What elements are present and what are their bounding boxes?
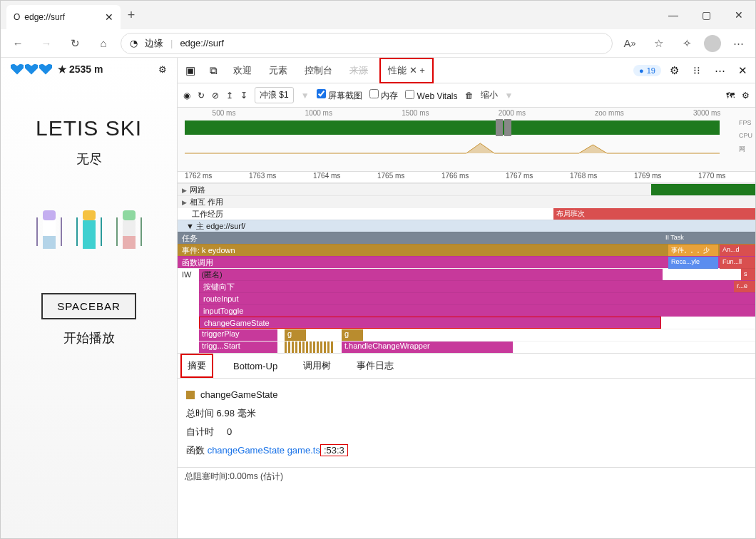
tab-favicon: O xyxy=(14,12,20,22)
tab-eventlog[interactable]: 事件日志 xyxy=(351,355,399,376)
tab-title: edge://surf xyxy=(24,12,65,22)
g-block[interactable]: g xyxy=(342,329,363,341)
tab-welcome[interactable]: 欢迎 xyxy=(226,58,259,83)
inspect-icon[interactable]: ▣ xyxy=(180,64,200,77)
reload-icon[interactable]: ↻ xyxy=(198,91,205,101)
url-field[interactable]: ◔ 边缘 | edge://surf xyxy=(121,33,613,54)
change-state-row[interactable]: changeGameState xyxy=(200,319,270,327)
read-aloud-icon[interactable]: A» xyxy=(618,32,641,55)
g-block[interactable]: g xyxy=(285,329,306,341)
screenshot-checkbox[interactable]: 屏幕截图 xyxy=(317,89,362,102)
home-button[interactable]: ⌂ xyxy=(92,32,115,55)
event-row[interactable]: 事件: k eydown xyxy=(178,245,235,256)
time-ruler[interactable]: 1762 ms1763 ms1764 ms 1765 ms1766 ms1767… xyxy=(178,172,755,183)
game-title: LETIS SKI xyxy=(36,116,142,140)
character-1[interactable] xyxy=(39,210,59,250)
summary-fn-link[interactable]: changeGameState game.ts xyxy=(208,445,320,456)
wrapper-row[interactable]: t.handleChangeWrapper xyxy=(342,342,513,353)
gear-icon[interactable]: ⚙ xyxy=(742,91,750,101)
status-bar: 总阻塞时间:0.00ms (估计) xyxy=(178,467,755,486)
net-label: 网 xyxy=(739,145,752,154)
tick: 1000 ms xyxy=(305,109,332,117)
summary-total: 总时间 6.98 毫米 xyxy=(186,404,747,423)
profile-avatar[interactable] xyxy=(704,35,721,52)
tab-calltree[interactable]: 调用树 xyxy=(297,355,337,376)
memory-checkbox[interactable]: 内存 xyxy=(369,89,398,102)
forward-button: → xyxy=(35,32,58,55)
flame-chart[interactable]: 网路 相互 作用 工作经历 布局班次 ▼ 主 edge://surf/ 任务 I… xyxy=(178,183,755,353)
network-row[interactable]: 网路 xyxy=(178,185,205,195)
tab-close-icon[interactable]: ✕ xyxy=(105,11,113,23)
record-icon[interactable]: ◉ xyxy=(183,91,190,101)
interaction-row[interactable]: 相互 作用 xyxy=(178,197,223,207)
tab-elements[interactable]: 元素 xyxy=(262,58,295,83)
trigger-row[interactable]: triggerPlay xyxy=(199,329,277,341)
back-button[interactable]: ← xyxy=(6,32,29,55)
devtools-close-icon[interactable]: ✕ xyxy=(732,64,752,77)
task-row[interactable]: 任务 xyxy=(178,233,198,244)
performance-toolbar: ◉ ↻ ⊘ ↥ ↧ 冲浪 $1 ▼ 屏幕截图 内存 Web Vitals 🗑 缩… xyxy=(178,83,755,108)
character-3[interactable] xyxy=(119,210,139,250)
delete-icon[interactable]: 🗑 xyxy=(465,91,474,101)
issues-badge[interactable]: 19 xyxy=(633,65,661,76)
anon-row[interactable]: (匿名) xyxy=(197,270,222,280)
tab-sources[interactable]: 来源 xyxy=(342,58,375,83)
trigstart-row[interactable]: trigg...Start xyxy=(199,342,277,353)
iw-label: IW xyxy=(179,270,194,279)
game-panel: ★ 2535 m ⚙ LETIS SKI 无尽 SPACEBAR 开始播放 xyxy=(1,58,178,538)
window-maximize[interactable]: ▢ xyxy=(690,1,722,29)
start-label: 开始播放 xyxy=(63,329,115,346)
summary-self-val: 0 xyxy=(227,426,232,437)
tick: 1500 ms xyxy=(402,109,429,117)
profile-selector[interactable]: 冲浪 $1 xyxy=(255,87,294,103)
cpu-label: CPU xyxy=(739,132,752,139)
fncall-row[interactable]: 函数调用 xyxy=(178,257,213,268)
lives-icon xyxy=(11,64,52,75)
keydown-row[interactable]: 按键向下 xyxy=(199,282,235,292)
download-icon[interactable]: ↧ xyxy=(240,91,247,101)
character-select xyxy=(39,210,139,250)
sparkle-icon[interactable]: ✧ xyxy=(675,32,698,55)
more-icon[interactable]: ⋯ xyxy=(710,64,730,77)
main-thread-row[interactable]: ▼ 主 edge://surf/ xyxy=(182,221,245,232)
character-2[interactable] xyxy=(79,210,99,250)
perf-close-icon[interactable]: ✕ xyxy=(409,65,417,76)
menu-icon[interactable]: ⋯ xyxy=(727,32,750,55)
summary-fn-name: changeGameState xyxy=(200,386,277,404)
map-icon[interactable]: 🗺 xyxy=(726,91,735,101)
route-row[interactable]: routeInput xyxy=(199,294,239,303)
settings-gear-icon[interactable]: ⚙ xyxy=(158,64,167,75)
more-tools-icon[interactable]: ⁝⁝ xyxy=(687,64,707,77)
upload-icon[interactable]: ↥ xyxy=(226,91,233,101)
browser-tab[interactable]: O edge://surf ✕ xyxy=(6,5,121,29)
summary-panel: changeGameState 总时间 6.98 毫米 自计时 0 函数 cha… xyxy=(178,379,755,467)
devtools-panel: ▣ ⧉ 欢迎 元素 控制台 来源 性能 ✕ + 19 ⚙ ⁝⁝ ⋯ ✕ ◉ xyxy=(178,58,755,538)
shrink-label[interactable]: 缩小 xyxy=(481,89,498,101)
work-row: 工作经历 xyxy=(178,209,223,220)
favorite-icon[interactable]: ☆ xyxy=(647,32,670,55)
tick: 3000 ms xyxy=(693,109,720,117)
overview-timeline[interactable]: 500 ms 1000 ms 1500 ms 2000 ms zoo mms 3… xyxy=(178,108,755,172)
window-close[interactable]: ✕ xyxy=(722,1,755,29)
url-text: edge://surf xyxy=(180,38,223,48)
clear-icon[interactable]: ⊘ xyxy=(212,91,219,101)
device-icon[interactable]: ⧉ xyxy=(203,64,223,77)
perf-add-icon[interactable]: + xyxy=(419,65,425,76)
score-label: ★ 2535 m xyxy=(58,63,103,75)
spacebar-button[interactable]: SPACEBAR xyxy=(41,293,136,319)
window-minimize[interactable]: — xyxy=(657,1,690,29)
tab-performance[interactable]: 性能 ✕ + xyxy=(379,58,434,83)
tick: 2000 ms xyxy=(499,109,526,117)
game-subtitle: 无尽 xyxy=(76,150,102,168)
settings-icon[interactable]: ⚙ xyxy=(664,64,684,77)
tab-summary[interactable]: 摘要 xyxy=(180,354,213,378)
site-label: 边缘 xyxy=(145,37,163,50)
toggle-row[interactable]: inputToggle xyxy=(199,307,243,315)
refresh-button[interactable]: ↻ xyxy=(63,32,86,55)
tab-bottomup[interactable]: Bottom-Up xyxy=(228,356,283,376)
tick: 500 ms xyxy=(213,109,236,117)
site-icon: ◔ xyxy=(130,38,138,48)
new-tab-button[interactable]: + xyxy=(121,8,142,23)
tab-console[interactable]: 控制台 xyxy=(297,58,339,83)
webvitals-checkbox[interactable]: Web Vitals xyxy=(405,90,457,101)
